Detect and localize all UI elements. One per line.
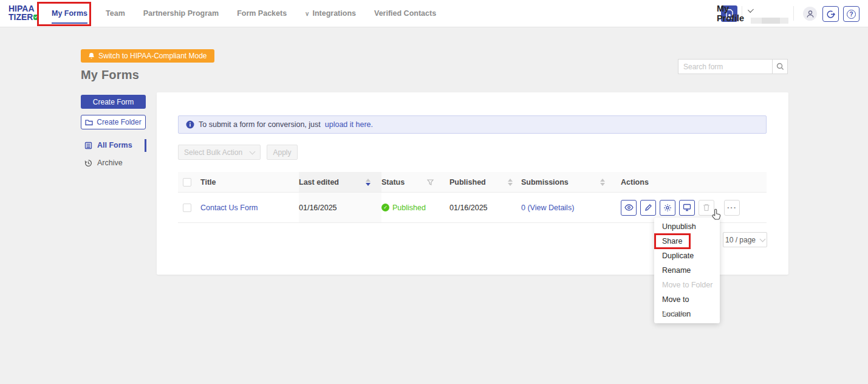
hipaatizer-logo[interactable]: HIPAA TIZER [9,4,38,21]
table-header: Title Last edited Status Published Submi [178,172,767,193]
col-published[interactable]: Published [449,178,521,187]
switch-hipaa-mode-label: Switch to HIPAA-Compliant Mode [98,52,207,60]
filter-icon[interactable] [427,179,434,185]
more-actions-button[interactable]: ··· [724,200,740,216]
form-title-link[interactable]: Contact Us Form [200,204,258,212]
sidebar-item-label: All Forms [97,141,132,149]
eye-icon [624,204,634,211]
row-actions-menu: Unpublish Share Duplicate Rename Move to… [654,218,720,323]
menu-item-move-to-location[interactable]: Move to Location [654,292,720,307]
publish-button[interactable] [679,200,695,216]
nav-partnership-program[interactable]: Partnership Program [143,9,219,18]
create-folder-label: Create Folder [97,118,141,126]
menu-item-share[interactable]: Share [654,234,720,249]
switch-hipaa-mode-button[interactable]: Switch to HIPAA-Compliant Mode [81,49,214,63]
select-all-checkbox[interactable] [183,178,191,187]
create-folder-button[interactable]: Create Folder [81,115,146,129]
search-input[interactable] [678,59,772,74]
help-button[interactable]: ? [843,6,859,22]
col-last-edited[interactable]: Last edited [299,172,381,192]
bulk-action-value: Select Bulk Action [184,148,242,157]
nav-verified-contacts[interactable]: Verified Contacts [374,9,436,18]
preview-button[interactable] [621,200,637,216]
trash-icon [703,204,710,211]
col-actions: Actions [621,178,767,187]
sort-icon [600,179,605,186]
search-form [678,59,788,74]
nav-form-packets[interactable]: Form Packets [237,9,287,18]
status-badge: ✓ Published [381,204,426,212]
logout-button[interactable] [822,6,839,22]
submissions-link[interactable]: 0 (View Details) [521,204,574,212]
last-edited-value: 01/16/2025 [299,204,337,212]
create-form-button[interactable]: Create Form [81,95,146,109]
page-title: My Forms [81,68,139,82]
page-size-select[interactable]: 10 / page [723,232,767,247]
col-submissions[interactable]: Submissions [521,178,621,187]
check-circle-icon: ✓ [381,204,389,211]
history-icon [84,159,92,167]
col-status[interactable]: Status [381,178,449,187]
sort-icon [366,179,371,186]
published-value: 01/16/2025 [449,204,488,212]
menu-item-duplicate[interactable]: Duplicate [654,249,720,263]
gear-icon [663,204,672,212]
user-icon [806,10,815,18]
menu-item-move-to-folder: Move to Folder [654,278,720,292]
pencil-icon [644,204,652,211]
profile-menu[interactable]: My Profile [717,4,753,23]
nav-my-forms[interactable]: My Forms [52,9,87,18]
search-icon [776,63,784,70]
monitor-icon [683,204,691,211]
forms-table: Title Last edited Status Published Submi [178,172,767,223]
sidebar-item-archive[interactable]: Archive [84,159,123,167]
conversion-banner: To submit a form for conversion, just up… [178,115,767,134]
logout-icon [826,10,835,19]
logo-shield-icon [33,15,38,20]
header-divider [793,6,794,21]
bulk-actions: Select Bulk Action Apply [178,145,298,160]
sidebar-item-label: Archive [97,159,123,167]
profile-label: My Profile [717,4,745,23]
sidebar-active-indicator [145,139,146,152]
avatar[interactable] [803,7,817,21]
upload-link[interactable]: upload it here. [325,120,373,129]
bell-icon [88,52,95,60]
help-icon: ? [847,10,856,19]
forms-icon [84,142,92,149]
main-nav: My Forms Team Partnership Program Form P… [52,0,436,27]
delete-button [699,200,714,216]
profile-placeholder-bar [751,18,788,24]
chevron-down-icon: ∨ [305,10,309,17]
search-button[interactable] [772,59,788,74]
page-size-value: 10 / page [725,236,756,244]
col-title[interactable]: Title [200,178,299,187]
chevron-down-icon [250,148,256,154]
bulk-action-select[interactable]: Select Bulk Action [178,145,261,160]
ellipsis-icon: ··· [727,203,737,212]
apply-button[interactable]: Apply [267,145,298,160]
sort-icon [508,179,513,186]
info-icon [186,120,194,129]
banner-text: To submit a form for conversion, just [199,120,321,129]
logo-line1: HIPAA [9,4,38,13]
menu-item-rename[interactable]: Rename [654,263,720,278]
row-actions: ··· [621,200,767,216]
logo-line2: TIZER [9,13,33,21]
chevron-down-icon [760,236,766,242]
chevron-down-icon [748,7,754,13]
top-navbar: HIPAA TIZER My Forms Team Partnership Pr… [0,0,868,27]
edit-button[interactable] [640,200,656,216]
row-checkbox[interactable] [183,204,191,212]
menu-item-archive: Archive [654,307,720,321]
nav-team[interactable]: Team [106,9,125,18]
folder-icon [85,119,93,126]
sidebar-item-all-forms[interactable]: All Forms [84,141,132,149]
app-window: HIPAA TIZER My Forms Team Partnership Pr… [0,0,868,384]
nav-integrations[interactable]: ∨Integrations [305,9,356,18]
settings-button[interactable] [660,200,675,216]
menu-item-unpublish[interactable]: Unpublish [654,219,720,234]
